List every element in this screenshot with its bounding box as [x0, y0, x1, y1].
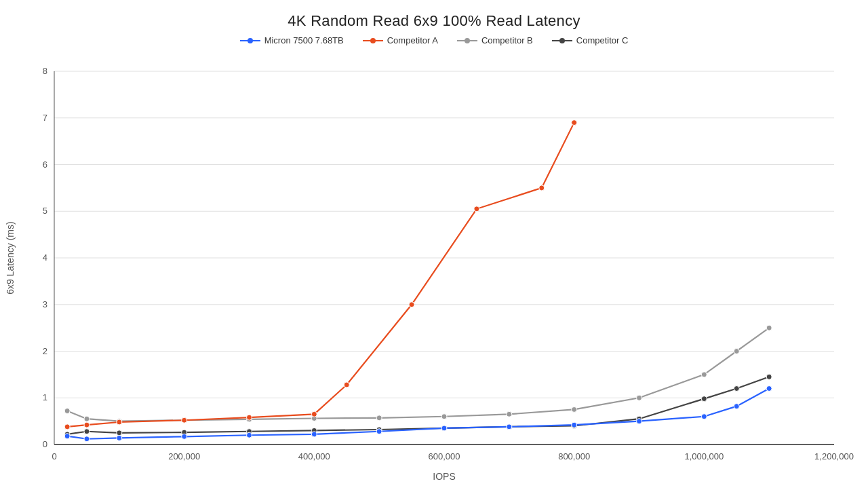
svg-text:0: 0 [52, 451, 56, 461]
svg-point-58 [84, 436, 90, 442]
svg-text:3: 3 [43, 299, 47, 309]
svg-text:400,000: 400,000 [298, 451, 330, 461]
svg-text:6: 6 [43, 159, 47, 170]
svg-point-30 [84, 416, 90, 421]
svg-point-54 [701, 396, 707, 402]
svg-point-59 [117, 435, 122, 440]
svg-point-56 [766, 374, 772, 379]
svg-point-35 [376, 415, 382, 421]
svg-point-29 [64, 409, 70, 414]
chart-svg: 0123456780200,000400,000600,000800,0001,… [0, 0, 868, 492]
svg-point-81 [572, 120, 577, 126]
svg-point-77 [344, 382, 349, 387]
svg-point-61 [247, 432, 252, 438]
svg-point-45 [117, 430, 122, 436]
svg-point-79 [474, 206, 479, 212]
svg-text:7: 7 [43, 113, 47, 123]
svg-text:1,200,000: 1,200,000 [814, 451, 854, 461]
svg-point-44 [84, 429, 90, 434]
svg-point-65 [507, 424, 512, 430]
svg-point-57 [64, 434, 70, 439]
svg-text:200,000: 200,000 [168, 451, 200, 461]
svg-text:1,000,000: 1,000,000 [684, 451, 724, 461]
svg-point-67 [637, 419, 642, 424]
svg-point-62 [311, 432, 317, 437]
svg-point-60 [182, 434, 187, 439]
svg-text:6x9 Latency (ms): 6x9 Latency (ms) [5, 221, 16, 294]
svg-point-41 [734, 349, 739, 354]
svg-point-73 [117, 419, 122, 425]
svg-text:2: 2 [43, 346, 47, 356]
svg-point-42 [766, 325, 772, 330]
svg-point-78 [409, 302, 414, 307]
svg-point-71 [64, 424, 70, 430]
svg-point-64 [441, 425, 447, 431]
svg-point-75 [247, 415, 252, 420]
svg-text:8: 8 [43, 66, 47, 76]
svg-text:5: 5 [43, 206, 47, 216]
svg-point-63 [376, 429, 382, 434]
svg-point-55 [734, 386, 739, 392]
svg-point-72 [84, 422, 90, 428]
svg-point-40 [701, 372, 707, 377]
svg-point-68 [701, 414, 707, 419]
svg-text:600,000: 600,000 [429, 451, 460, 461]
svg-point-66 [572, 422, 577, 428]
svg-point-74 [182, 417, 187, 423]
svg-point-37 [507, 411, 512, 417]
svg-point-39 [637, 395, 642, 400]
svg-text:800,000: 800,000 [558, 451, 590, 461]
svg-text:1: 1 [43, 392, 47, 402]
svg-point-36 [441, 414, 447, 419]
svg-text:IOPS: IOPS [433, 471, 455, 482]
svg-point-69 [734, 404, 739, 409]
svg-text:0: 0 [43, 439, 47, 449]
svg-point-80 [539, 185, 545, 191]
svg-point-38 [572, 406, 577, 412]
svg-point-76 [311, 411, 317, 417]
svg-text:4: 4 [43, 252, 47, 263]
chart-container: 4K Random Read 6x9 100% Read Latency Mic… [0, 0, 868, 492]
svg-point-70 [766, 386, 772, 392]
